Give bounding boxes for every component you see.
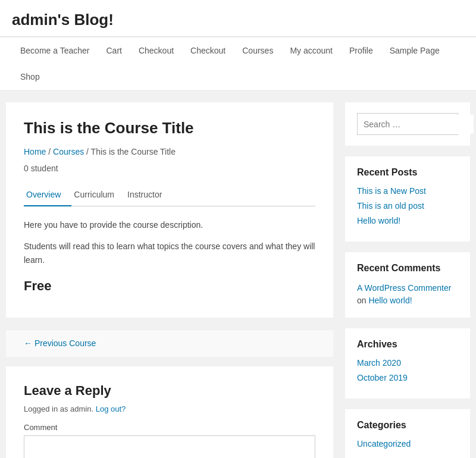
nav-link[interactable]: Checkout bbox=[182, 37, 234, 64]
list-item: This is an old post bbox=[357, 201, 458, 211]
prev-course-bar: ← Previous Course bbox=[6, 330, 333, 357]
course-title: This is the Course Title bbox=[24, 119, 315, 137]
recent-comment-author[interactable]: A WordPress Commenter bbox=[357, 283, 451, 293]
comments-box: Leave a Reply Logged in as admin. Log ou… bbox=[6, 366, 333, 458]
main-content: This is the Course Title Home / Courses … bbox=[6, 102, 333, 458]
tab-instructor[interactable]: Instructor bbox=[125, 184, 173, 206]
breadcrumb-current: This is the Course Title bbox=[91, 147, 176, 156]
nav-item: Cart bbox=[98, 37, 130, 64]
nav-link[interactable]: My account bbox=[281, 37, 341, 64]
search-widget: 🔍 bbox=[345, 102, 470, 146]
course-content-box: This is the Course Title Home / Courses … bbox=[6, 102, 333, 318]
archive-link[interactable]: October 2019 bbox=[357, 373, 408, 382]
search-form: 🔍 bbox=[357, 113, 458, 135]
nav-link[interactable]: Become a Teacher bbox=[12, 37, 98, 64]
recent-posts-widget: Recent Posts This is a New PostThis is a… bbox=[345, 156, 470, 241]
site-title: admin's Blog! bbox=[12, 11, 464, 29]
course-description-2: Students will read this to learn what to… bbox=[24, 240, 315, 266]
course-description-1: Here you have to provide the course desc… bbox=[24, 218, 315, 231]
categories-title: Categories bbox=[357, 420, 458, 431]
categories-list: Uncategorized bbox=[357, 439, 458, 449]
site-navigation: Become a TeacherCartCheckoutCheckoutCour… bbox=[0, 37, 476, 90]
course-tabs: Overview Curriculum Instructor bbox=[24, 184, 315, 206]
nav-item: Courses bbox=[234, 37, 281, 64]
nav-link[interactable]: Courses bbox=[234, 37, 281, 64]
recent-comment-text: A WordPress Commenter on Hello world! bbox=[357, 282, 458, 307]
tab-curriculum[interactable]: Curriculum bbox=[71, 184, 125, 206]
nav-list: Become a TeacherCartCheckoutCheckoutCour… bbox=[12, 37, 464, 90]
recent-posts-title: Recent Posts bbox=[357, 167, 458, 178]
nav-link[interactable]: Shop bbox=[12, 64, 48, 90]
recent-posts-list: This is a New PostThis is an old postHel… bbox=[357, 186, 458, 226]
list-item: October 2019 bbox=[357, 373, 458, 383]
nav-link[interactable]: Checkout bbox=[130, 37, 182, 64]
recent-post-link[interactable]: Hello world! bbox=[357, 216, 400, 225]
tab-overview[interactable]: Overview bbox=[24, 184, 71, 206]
breadcrumb: Home / Courses / This is the Course Titl… bbox=[24, 147, 315, 156]
recent-comments-widget: Recent Comments A WordPress Commenter on… bbox=[345, 252, 470, 318]
archives-title: Archives bbox=[357, 339, 458, 350]
nav-item: Profile bbox=[341, 37, 381, 64]
categories-widget: Categories Uncategorized bbox=[345, 409, 470, 458]
list-item: Uncategorized bbox=[357, 439, 458, 449]
student-count: 0 student bbox=[24, 164, 315, 173]
search-input[interactable] bbox=[358, 115, 474, 134]
sidebar: 🔍 Recent Posts This is a New PostThis is… bbox=[345, 102, 470, 458]
nav-item: My account bbox=[281, 37, 341, 64]
course-price: Free bbox=[24, 278, 315, 294]
nav-item: Sample Page bbox=[381, 37, 448, 64]
nav-item: Checkout bbox=[182, 37, 234, 64]
breadcrumb-home[interactable]: Home bbox=[24, 147, 46, 156]
nav-item: Checkout bbox=[130, 37, 182, 64]
logged-in-text: Logged in as admin. Log out? bbox=[24, 404, 315, 413]
search-button[interactable]: 🔍 bbox=[474, 114, 476, 134]
nav-link[interactable]: Sample Page bbox=[381, 37, 448, 64]
list-item: March 2020 bbox=[357, 358, 458, 368]
recent-post-link[interactable]: This is a New Post bbox=[357, 186, 426, 196]
nav-item: Become a Teacher bbox=[12, 37, 98, 64]
recent-post-link[interactable]: This is an old post bbox=[357, 201, 424, 211]
archives-widget: Archives March 2020October 2019 bbox=[345, 328, 470, 399]
list-item: Hello world! bbox=[357, 216, 458, 226]
prev-course-link[interactable]: ← Previous Course bbox=[24, 338, 96, 348]
nav-link[interactable]: Profile bbox=[341, 37, 381, 64]
recent-comments-title: Recent Comments bbox=[357, 263, 458, 274]
category-link[interactable]: Uncategorized bbox=[357, 439, 411, 448]
comment-label: Comment bbox=[24, 423, 315, 432]
breadcrumb-courses[interactable]: Courses bbox=[53, 147, 84, 156]
nav-link[interactable]: Cart bbox=[98, 37, 130, 64]
recent-comment-post[interactable]: Hello world! bbox=[368, 296, 412, 305]
logout-link[interactable]: Log out? bbox=[96, 404, 126, 413]
archives-list: March 2020October 2019 bbox=[357, 358, 458, 383]
list-item: This is a New Post bbox=[357, 186, 458, 196]
nav-item: Shop bbox=[12, 64, 48, 90]
comment-textarea[interactable] bbox=[24, 435, 315, 458]
archive-link[interactable]: March 2020 bbox=[357, 358, 401, 368]
comments-title: Leave a Reply bbox=[24, 383, 315, 399]
